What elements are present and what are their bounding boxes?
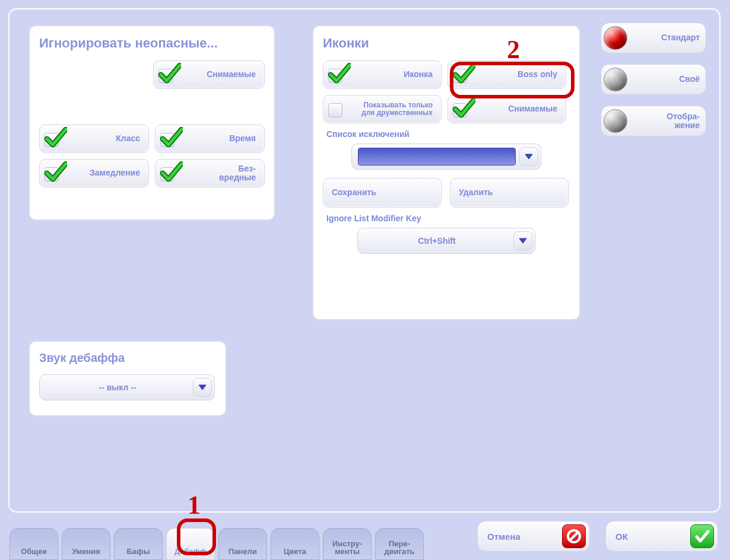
toggle-class[interactable]: Класс <box>39 125 149 153</box>
tab-label: Цвета <box>284 548 306 556</box>
modifier-key-label: Ignore List Modifier Key <box>326 214 570 223</box>
settings-panel: Игнорировать неопасные... Снимаемые Клас… <box>8 8 721 513</box>
checkmark-icon <box>450 64 474 85</box>
tab-label: Дебафф <box>174 548 207 556</box>
tab-label: Бафы <box>126 548 150 556</box>
toggle-friendly-only[interactable]: Показывать только для дружественных <box>323 95 442 123</box>
checkmark-icon <box>42 128 66 149</box>
toggle-label: Класс <box>66 134 144 143</box>
chevron-down-icon <box>519 147 538 166</box>
toggle-label: Замедление <box>66 168 144 177</box>
button-label: Сохранить <box>326 188 436 197</box>
cancel-button[interactable]: Отмена <box>477 521 590 552</box>
tab-label: Инстру- менты <box>332 540 362 556</box>
group-title: Звук дебаффа <box>39 351 216 365</box>
group-icons: Иконки Иконка Boss only Показывать тольк… <box>312 25 580 320</box>
tab-label: Пере- двигать <box>384 540 414 556</box>
tab-move[interactable]: Пере- двигать <box>375 528 424 560</box>
save-button[interactable]: Сохранить <box>323 178 442 208</box>
ok-button[interactable]: ОК <box>605 521 718 552</box>
tab-colors[interactable]: Цвета <box>271 528 319 560</box>
button-label: Своё <box>627 75 700 84</box>
checkmark-icon <box>450 98 474 120</box>
side-column: Стандарт Своё Отобра- жение <box>601 23 706 136</box>
toggle-time[interactable]: Время <box>155 125 265 153</box>
modifier-key-dropdown[interactable]: Ctrl+Shift <box>357 228 535 254</box>
checkmark-icon <box>156 64 180 85</box>
chevron-down-icon <box>193 378 212 397</box>
checkmark-icon <box>158 163 182 184</box>
checkbox-icon <box>326 98 350 120</box>
button-label: Удалить <box>453 188 563 197</box>
tab-buffs[interactable]: Бафы <box>114 528 163 560</box>
dropdown-value: Ctrl+Shift <box>364 232 510 250</box>
toggle-label: Время <box>182 134 259 143</box>
tab-panels[interactable]: Панели <box>218 528 267 560</box>
status-orb-icon <box>604 68 627 91</box>
tab-label: Общее <box>21 548 47 556</box>
toggle-label: Снимаемые <box>180 70 259 79</box>
checkmark-icon <box>42 163 66 184</box>
toggle-label: Без- вредные <box>182 164 259 183</box>
toggle-removable[interactable]: Снимаемые <box>153 61 265 89</box>
side-standard-button[interactable]: Стандарт <box>601 23 706 53</box>
tab-label: Умения <box>72 548 100 556</box>
side-own-button[interactable]: Своё <box>601 64 706 95</box>
tab-bar: Общее Умения Бафы Дебафф Панели Цвета Ин… <box>9 528 424 560</box>
cancel-icon <box>562 524 586 548</box>
tab-label: Панели <box>228 548 257 556</box>
side-display-button[interactable]: Отобра- жение <box>601 106 706 136</box>
toggle-label: Показывать только для дружественных <box>350 101 436 117</box>
button-label: Стандарт <box>627 33 700 42</box>
toggle-label: Снимаемые <box>474 104 561 113</box>
toggle-label: Boss only <box>474 70 561 79</box>
tab-debuffs[interactable]: Дебафф <box>166 528 215 560</box>
toggle-slow[interactable]: Замедление <box>39 159 149 187</box>
ok-icon <box>690 524 714 548</box>
group-title: Игнорировать неопасные... <box>39 36 265 51</box>
tab-tools[interactable]: Инстру- менты <box>323 528 372 560</box>
checkmark-icon <box>158 128 182 149</box>
checkmark-icon <box>326 64 350 85</box>
group-ignore-harmless: Игнорировать неопасные... Снимаемые Клас… <box>28 25 275 221</box>
svg-line-1 <box>570 532 578 540</box>
status-orb-icon <box>604 26 627 50</box>
tab-general[interactable]: Общее <box>9 528 58 560</box>
content-area: Игнорировать неопасные... Снимаемые Клас… <box>28 25 592 511</box>
tab-skills[interactable]: Умения <box>62 528 110 560</box>
exclusion-list-label: Список исключений <box>326 129 570 139</box>
toggle-icon[interactable]: Иконка <box>323 61 442 89</box>
dropdown-value: -- выкл -- <box>46 378 189 396</box>
toggle-harmless[interactable]: Без- вредные <box>155 159 265 187</box>
group-debuff-sound: Звук дебаффа -- выкл -- <box>28 341 227 416</box>
toggle-boss-only[interactable]: Boss only <box>447 61 566 89</box>
status-orb-icon <box>604 109 627 133</box>
delete-button[interactable]: Удалить <box>450 178 569 208</box>
debuff-sound-dropdown[interactable]: -- выкл -- <box>39 374 215 400</box>
dropdown-value <box>358 148 516 166</box>
button-label: Отмена <box>487 532 562 542</box>
toggle-icons-removable[interactable]: Снимаемые <box>447 95 566 123</box>
chevron-down-icon <box>513 231 532 250</box>
button-label: ОК <box>615 532 690 542</box>
button-label: Отобра- жение <box>627 112 700 131</box>
exclusion-list-dropdown[interactable] <box>351 144 541 170</box>
toggle-label: Иконка <box>350 70 436 79</box>
group-title: Иконки <box>323 36 570 51</box>
